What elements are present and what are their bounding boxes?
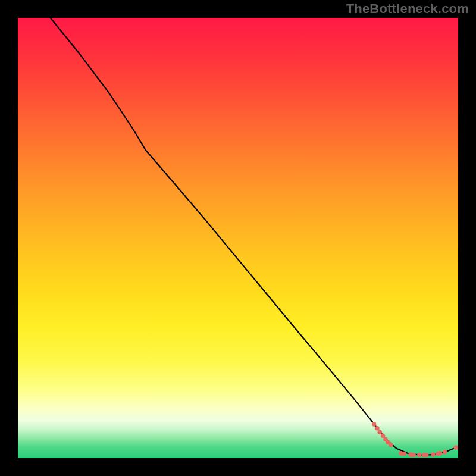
scatter-point bbox=[372, 422, 377, 427]
bottleneck-curve bbox=[51, 18, 456, 455]
scatter-point bbox=[431, 452, 436, 457]
chart-overlay bbox=[18, 18, 458, 458]
plot-area bbox=[18, 18, 458, 458]
scatter-point bbox=[377, 430, 382, 435]
scatter-point bbox=[375, 426, 380, 431]
scatter-point bbox=[411, 453, 416, 458]
scatter-point bbox=[402, 452, 406, 456]
chart-stage: TheBottleneck.com bbox=[0, 0, 476, 476]
scatter-point bbox=[417, 453, 422, 458]
scatter-point bbox=[438, 451, 443, 456]
watermark-text: TheBottleneck.com bbox=[346, 1, 469, 17]
scatter-point bbox=[454, 445, 459, 450]
scatter-point bbox=[389, 443, 393, 447]
scatter-point bbox=[424, 453, 429, 458]
highlight-points bbox=[372, 422, 458, 457]
scatter-point bbox=[443, 450, 447, 455]
